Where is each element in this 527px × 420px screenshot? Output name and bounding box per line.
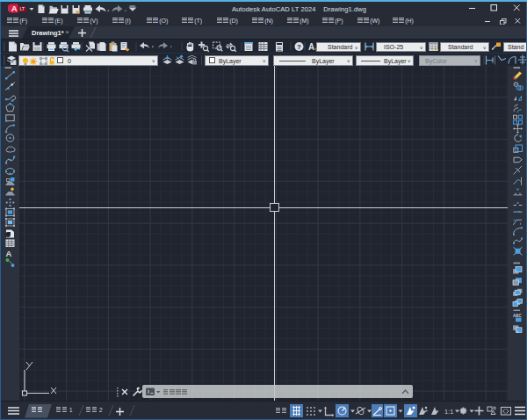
svg-text:LT: LT xyxy=(19,7,25,11)
svg-text:?: ? xyxy=(297,43,301,51)
svg-text:1:1: 1:1 xyxy=(444,408,453,416)
svg-text:ABC: ABC xyxy=(513,314,522,318)
svg-text:A: A xyxy=(6,249,12,258)
svg-text:A: A xyxy=(11,4,18,13)
svg-text:A: A xyxy=(308,42,314,52)
